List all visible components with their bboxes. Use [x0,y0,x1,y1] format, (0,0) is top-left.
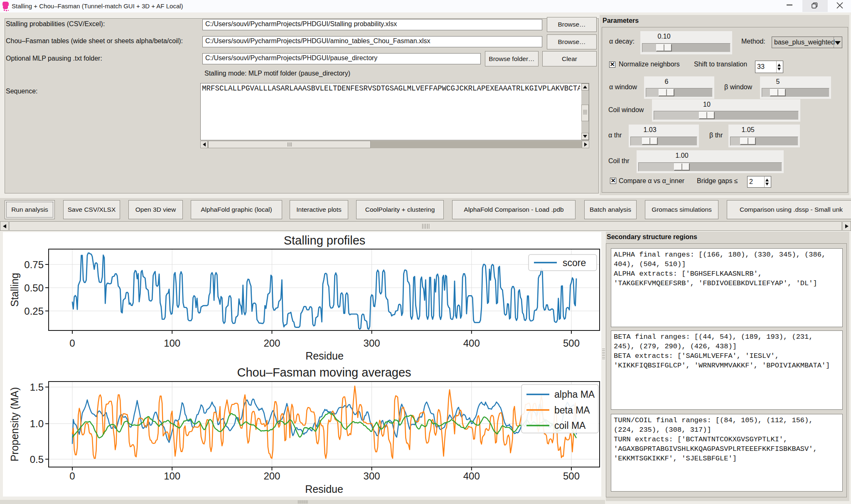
svg-text:0: 0 [69,338,75,349]
svg-text:200: 200 [263,338,280,349]
svg-text:0.25: 0.25 [24,306,44,317]
svg-text:200: 200 [263,470,280,482]
svg-text:Residue: Residue [305,483,343,495]
svg-text:0.5: 0.5 [30,454,44,465]
svg-text:300: 300 [364,470,380,482]
svg-text:0: 0 [69,470,75,482]
svg-text:Stalling: Stalling [9,273,20,307]
svg-text:100: 100 [164,470,180,482]
svg-text:Stalling profiles: Stalling profiles [284,234,366,247]
svg-text:1.5: 1.5 [30,382,44,393]
svg-text:0.75: 0.75 [24,259,44,270]
svg-text:Residue: Residue [305,350,344,362]
svg-text:500: 500 [563,470,580,482]
svg-text:Propensity (MA): Propensity (MA) [9,387,20,461]
svg-text:score: score [563,257,586,268]
svg-text:0.50: 0.50 [24,282,44,294]
svg-text:400: 400 [463,338,480,349]
svg-text:100: 100 [164,338,180,349]
svg-text:alpha MA: alpha MA [554,389,595,400]
svg-text:1.0: 1.0 [30,418,44,429]
svg-text:500: 500 [563,338,580,349]
svg-text:Chou–Fasman moving averages: Chou–Fasman moving averages [237,366,411,379]
svg-text:beta MA: beta MA [554,405,590,416]
svg-text:coil MA: coil MA [554,420,586,431]
svg-text:400: 400 [463,470,480,482]
svg-text:300: 300 [364,338,380,349]
